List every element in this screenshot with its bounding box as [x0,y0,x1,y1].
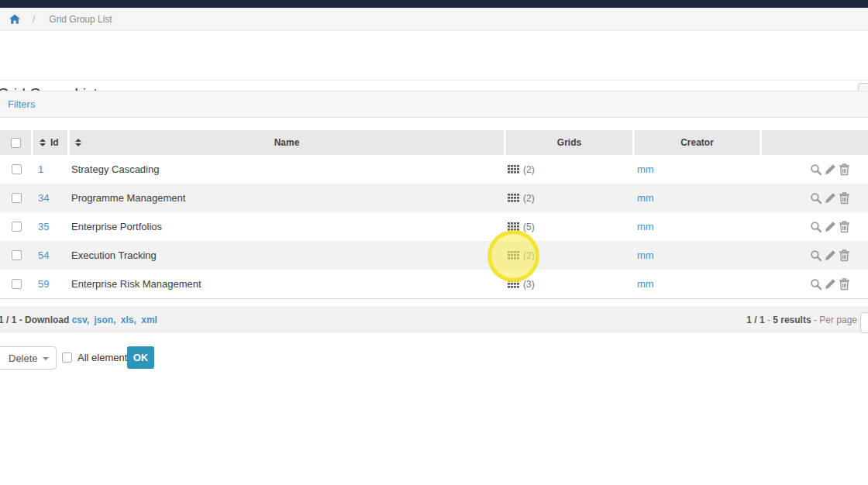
download-xml-link[interactable]: xml [141,315,157,325]
header-cell-grids: Grids [506,130,632,155]
creator-link[interactable]: mm [637,278,654,290]
select-all-checkbox[interactable] [11,138,21,148]
row-name: Enterprise Portfolios [71,221,162,232]
row-id-link[interactable]: 34 [38,192,49,204]
download-json-link[interactable]: json, [95,315,116,325]
delete-icon[interactable] [839,278,850,291]
row-id-cell: 54 [33,249,70,261]
view-icon[interactable] [810,163,822,176]
row-grids-cell[interactable]: (2) [506,250,635,261]
per-page-label: - Per page [814,315,857,325]
row-id-link[interactable]: 35 [38,221,49,232]
filters-toggle[interactable]: Filters [8,98,35,110]
creator-link[interactable]: mm [637,163,654,175]
pagination-separator: - [767,315,770,325]
row-select-cell [0,222,33,232]
table-header: Id Name Grids Creator [0,130,868,155]
row-checkbox[interactable] [12,193,22,203]
all-elements-checkbox[interactable] [62,353,72,363]
row-actions-cell [762,192,868,205]
table-row: 35 Enterprise Portfolios (5) [0,212,868,241]
row-actions-cell [762,221,868,233]
download-csv-link[interactable]: csv, [72,315,89,325]
row-id-link[interactable]: 59 [38,278,49,290]
ok-button[interactable]: OK [127,346,154,369]
grid-icon [508,222,519,231]
grid-icon [508,165,519,174]
grid-count: (3) [523,279,535,290]
home-icon[interactable] [9,14,20,24]
row-name: Execution Tracking [71,249,157,261]
row-name-cell: Execution Tracking [70,249,506,261]
header-cell-actions [762,130,868,155]
edit-icon[interactable] [825,221,836,232]
row-actions-cell [762,249,868,262]
row-name-cell: Strategy Cascading [70,163,506,175]
row-id-cell: 1 [33,163,70,175]
table-row: 1 Strategy Cascading (2) [0,155,868,184]
delete-icon[interactable] [839,249,850,262]
grid-count: (2) [523,193,535,204]
creator-link[interactable]: mm [637,192,654,204]
grid-count: (2) [523,250,535,261]
row-checkbox[interactable] [12,222,22,232]
header-cell-id[interactable]: Id [33,130,67,155]
row-grids-cell[interactable]: (5) [506,222,635,232]
row-creator-cell: mm [635,192,762,204]
sort-icon[interactable] [40,139,46,146]
top-navbar [0,0,868,8]
breadcrumb: / Grid Group List [0,8,868,31]
creator-link[interactable]: mm [637,221,654,232]
results-count: 5 results [773,315,811,325]
header-cell-select [0,130,31,155]
row-select-cell [0,193,33,203]
row-checkbox[interactable] [12,279,22,289]
row-checkbox[interactable] [12,250,22,260]
download-xls-link[interactable]: xls, [121,315,136,325]
creator-link[interactable]: mm [637,249,654,261]
breadcrumb-separator: / [33,14,35,25]
edit-icon[interactable] [825,163,836,175]
row-id-link[interactable]: 54 [38,249,49,261]
row-grids-cell[interactable]: (2) [506,193,635,204]
table-row: 34 Programme Management (2) [0,184,868,212]
row-grids-cell[interactable]: (3) [506,279,635,290]
page: / Grid Group List Grid Group List Add Fi… [0,0,868,485]
edit-icon[interactable] [825,278,836,290]
delete-icon[interactable] [839,163,850,176]
row-checkbox[interactable] [12,164,22,174]
row-name-cell: Enterprise Portfolios [70,221,506,232]
chevron-down-icon [43,357,49,360]
grid-icon [508,194,519,202]
row-id-cell: 59 [33,278,70,290]
row-creator-cell: mm [635,278,762,290]
row-select-cell [0,250,33,260]
column-label-creator: Creator [680,137,714,148]
delete-icon[interactable] [839,221,850,233]
sort-icon[interactable] [75,139,81,146]
row-id-link[interactable]: 1 [38,163,43,175]
delete-icon[interactable] [839,192,850,205]
breadcrumb-current: Grid Group List [49,14,112,25]
row-id-cell: 35 [33,221,70,232]
bulk-action-select[interactable]: Delete [0,346,57,370]
view-icon[interactable] [810,249,822,262]
pagination-summary: 1 / 1 - 5 results - Per page [746,315,857,325]
row-grids-cell[interactable]: (2) [506,164,635,175]
edit-icon[interactable] [825,192,836,204]
row-name: Enterprise Risk Management [71,278,202,290]
grid-icon [508,251,519,260]
per-page-select[interactable] [860,312,868,333]
row-name-cell: Enterprise Risk Management [70,278,506,290]
view-icon[interactable] [810,221,822,233]
row-creator-cell: mm [635,221,762,232]
view-icon[interactable] [810,192,822,205]
filters-bar: Filters [0,91,868,118]
header-cell-name[interactable]: Name [70,130,504,155]
row-name-cell: Programme Management [70,192,506,204]
grid-icon [508,280,519,288]
grid-count: (2) [523,164,535,175]
view-icon[interactable] [810,278,822,291]
grid-count: (5) [523,222,535,232]
edit-icon[interactable] [825,249,836,261]
